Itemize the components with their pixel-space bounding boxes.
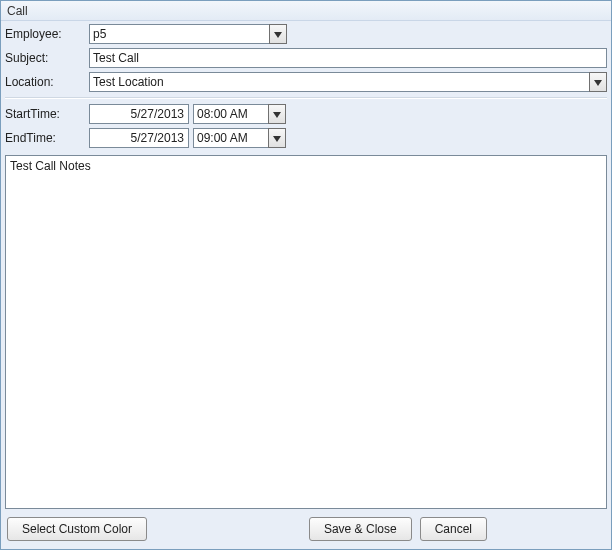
location-label: Location: [5,75,85,89]
subject-row: Subject: [5,47,607,69]
location-dropdown-button[interactable] [589,72,607,92]
employee-input[interactable] [89,24,269,44]
chevron-down-icon [273,131,281,145]
start-time-combo[interactable] [193,104,286,124]
start-time-dropdown-button[interactable] [268,104,286,124]
end-time-input[interactable] [193,128,268,148]
subject-label: Subject: [5,51,85,65]
start-row: StartTime: [5,103,607,125]
save-and-close-button[interactable]: Save & Close [309,517,412,541]
chevron-down-icon [273,107,281,121]
chevron-down-icon [594,75,602,89]
end-label: EndTime: [5,131,85,145]
button-bar: Select Custom Color Save & Close Cancel [1,511,611,549]
divider [5,97,607,99]
window-title-text: Call [7,4,28,18]
subject-input[interactable] [89,48,607,68]
end-date-input[interactable] [89,128,189,148]
window-title: Call [1,1,611,21]
end-time-combo[interactable] [193,128,286,148]
end-row: EndTime: [5,127,607,149]
notes-textarea[interactable] [6,156,606,508]
location-combo[interactable] [89,72,607,92]
call-dialog: Call Employee: Subject: Location: [0,0,612,550]
notes-container [5,155,607,509]
cancel-button[interactable]: Cancel [420,517,487,541]
employee-dropdown-button[interactable] [269,24,287,44]
employee-label: Employee: [5,27,85,41]
start-label: StartTime: [5,107,85,121]
location-row: Location: [5,71,607,93]
employee-combo[interactable] [89,24,287,44]
form-area: Employee: Subject: Location: Sta [1,21,611,153]
chevron-down-icon [274,27,282,41]
start-time-input[interactable] [193,104,268,124]
select-custom-color-button[interactable]: Select Custom Color [7,517,147,541]
start-date-input[interactable] [89,104,189,124]
location-input[interactable] [89,72,589,92]
employee-row: Employee: [5,23,607,45]
end-time-dropdown-button[interactable] [268,128,286,148]
